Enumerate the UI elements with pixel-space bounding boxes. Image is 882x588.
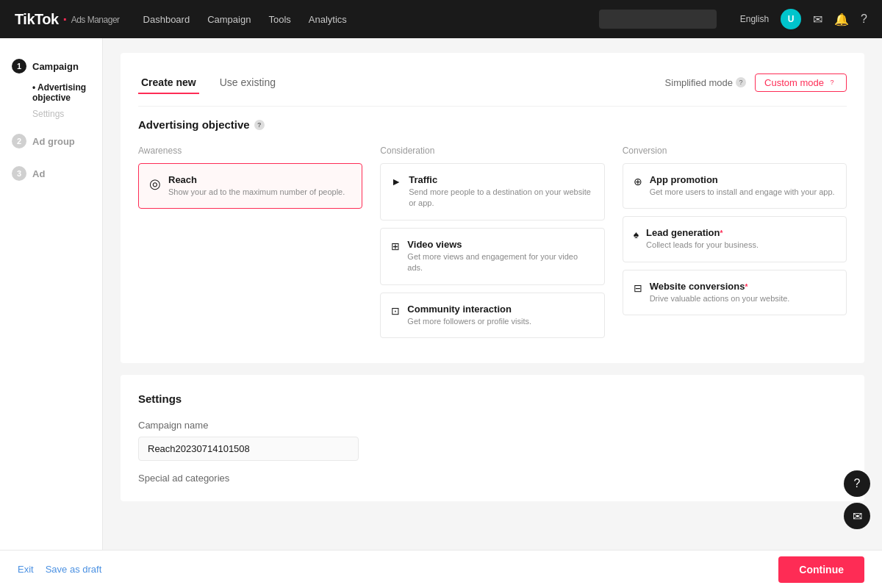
search-input[interactable] [599,10,717,29]
settings-card: Settings Campaign name Special ad catego… [121,375,864,501]
mode-options: Simplified mode ? Custom mode ? [665,74,847,92]
nav-campaign[interactable]: Campaign [207,14,251,25]
community-name: Community interaction [407,304,531,315]
objective-card: Create new Use existing Simplified mode … [121,53,864,363]
save-draft-button[interactable]: Save as draft [46,564,102,575]
advertising-objective-title: Advertising objective ? [138,118,847,131]
app-promotion-name: App promotion [650,174,835,185]
custom-mode-label: Custom mode [764,77,824,88]
simplified-info-icon: ? [736,77,746,87]
step-number-1: 1 [12,59,26,74]
custom-info-icon: ? [827,77,837,87]
reach-name: Reach [168,174,345,185]
nav-right: English U ✉ 🔔 ? [740,9,867,29]
lead-gen-required: * [720,229,723,237]
website-conversions-desc: Drive valuable actions on your website. [650,293,790,304]
sidebar-step-campaign[interactable]: 1 Campaign [0,53,102,79]
sidebar-sub-advertising-objective[interactable]: Advertising objective [0,79,102,106]
footer-bar: Exit Save as draft Continue [0,550,882,588]
traffic-icon: ► [391,176,401,187]
floating-buttons: ? ✉ [844,470,870,529]
traffic-name: Traffic [409,174,593,185]
step-number-3: 3 [12,166,26,181]
help-icon[interactable]: ? [861,12,867,26]
video-views-text: Video views Get more views and engagemen… [407,239,593,274]
tab-create-new[interactable]: Create new [138,71,199,94]
nav-links: Dashboard Campaign Tools Analytics [143,14,347,25]
simplified-mode-option[interactable]: Simplified mode ? [665,77,747,88]
website-conv-required: * [745,283,747,291]
website-conversions-icon: ⊟ [634,282,642,294]
logo: TikTok· Ads Manager [15,11,120,28]
lead-gen-text: Lead generation* Collect leads for your … [646,227,759,251]
advertising-objective-label: Advertising objective [138,118,250,131]
website-conversions-name: Website conversions* [650,281,790,292]
logo-ads: Ads Manager [71,15,120,25]
logo-dot: · [63,11,67,28]
main-content: Create new Use existing Simplified mode … [103,38,882,588]
obj-reach[interactable]: ◎ Reach Show your ad to the maximum numb… [138,163,362,209]
campaign-name-label: Campaign name [138,420,847,431]
advertising-objective-info-icon: ? [254,120,265,130]
special-ad-label: Special ad categories [138,473,847,484]
video-views-icon: ⊞ [391,240,400,252]
continue-button[interactable]: Continue [778,556,864,583]
floating-message-button[interactable]: ✉ [844,503,870,529]
obj-traffic[interactable]: ► Traffic Send more people to a destinat… [380,163,604,220]
tab-use-existing[interactable]: Use existing [217,71,279,94]
sidebar: 1 Campaign Advertising objective Setting… [0,38,103,588]
awareness-column-title: Awareness [138,146,362,156]
consideration-column: Consideration ► Traffic Send more people… [380,146,604,345]
bell-icon[interactable]: 🔔 [834,12,849,26]
settings-title: Settings [138,392,847,405]
video-views-desc: Get more views and engagement for your v… [407,251,593,274]
obj-website-conversions[interactable]: ⊟ Website conversions* Drive valuable ac… [623,270,847,315]
step-number-2: 2 [12,134,26,148]
obj-video-views[interactable]: ⊞ Video views Get more views and engagem… [380,228,604,285]
app-promotion-text: App promotion Get more users to install … [650,174,835,198]
avatar: U [781,9,801,29]
sidebar-step-adgroup[interactable]: 2 Ad group [0,128,102,154]
conversion-column: Conversion ⊕ App promotion Get more user… [623,146,847,345]
simplified-mode-label: Simplified mode [665,77,734,88]
website-conversions-text: Website conversions* Drive valuable acti… [650,281,790,304]
mail-icon[interactable]: ✉ [813,12,822,26]
awareness-column: Awareness ◎ Reach Show your ad to the ma… [138,146,362,345]
nav-dashboard[interactable]: Dashboard [143,14,190,25]
topnav: TikTok· Ads Manager Dashboard Campaign T… [0,0,882,38]
nav-tools[interactable]: Tools [268,14,290,25]
campaign-name-input[interactable] [138,437,359,461]
tabs-row: Create new Use existing Simplified mode … [138,71,847,94]
floating-help-button[interactable]: ? [844,470,870,497]
step-label-adgroup: Ad group [32,136,75,147]
conversion-column-title: Conversion [623,146,847,156]
sidebar-step-ad[interactable]: 3 Ad [0,160,102,187]
obj-lead-generation[interactable]: ♠ Lead generation* Collect leads for you… [623,216,847,262]
nav-language[interactable]: English [740,14,769,24]
community-text: Community interaction Get more followers… [407,304,531,327]
obj-app-promotion[interactable]: ⊕ App promotion Get more users to instal… [623,163,847,209]
community-icon: ⊡ [391,305,400,317]
logo-tiktok: TikTok [15,11,59,28]
lead-gen-name: Lead generation* [646,227,759,238]
objectives-grid: Awareness ◎ Reach Show your ad to the ma… [138,146,847,345]
consideration-column-title: Consideration [380,146,604,156]
custom-mode-button[interactable]: Custom mode ? [755,74,847,92]
traffic-text: Traffic Send more people to a destinatio… [409,174,593,209]
step-label-campaign: Campaign [32,61,79,72]
nav-analytics[interactable]: Analytics [309,14,347,25]
lead-gen-icon: ♠ [634,229,639,240]
reach-desc: Show your ad to the maximum number of pe… [168,187,345,198]
video-views-name: Video views [407,239,593,250]
traffic-desc: Send more people to a destination on you… [409,187,593,209]
reach-icon: ◎ [149,176,161,192]
lead-gen-desc: Collect leads for your business. [646,240,759,251]
app-promotion-desc: Get more users to install and engage wit… [650,187,835,198]
exit-button[interactable]: Exit [18,564,34,575]
reach-text: Reach Show your ad to the maximum number… [168,174,345,198]
divider-1 [138,106,847,107]
app-promotion-icon: ⊕ [634,176,642,187]
sidebar-sub-settings: Settings [0,106,102,122]
community-desc: Get more followers or profile visits. [407,316,531,327]
obj-community-interaction[interactable]: ⊡ Community interaction Get more followe… [380,293,604,338]
